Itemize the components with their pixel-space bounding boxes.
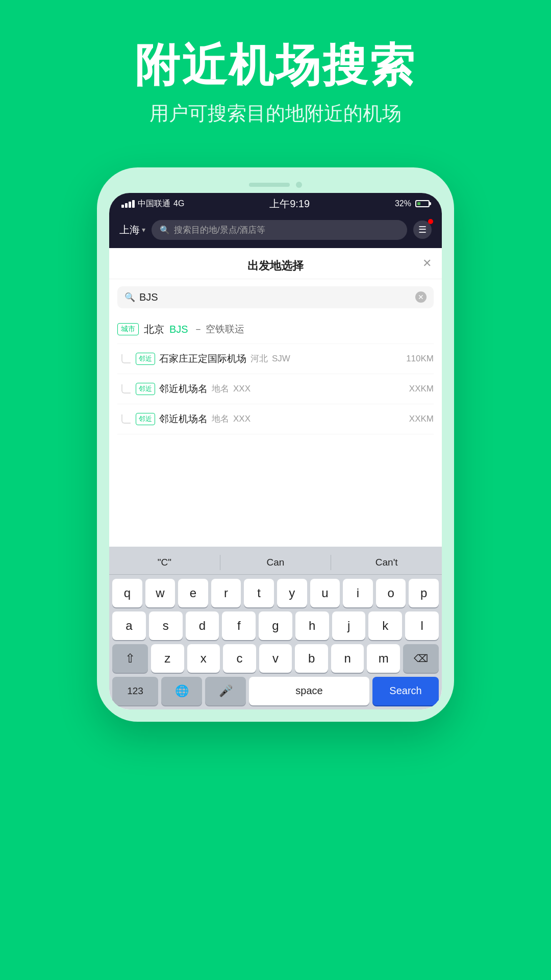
key-y[interactable]: y xyxy=(277,579,307,607)
key-n[interactable]: n xyxy=(331,644,364,673)
keyboard-area: "C" Can Can't q w e r t y xyxy=(109,547,442,709)
city-name: 北京 xyxy=(144,323,164,336)
key-m[interactable]: m xyxy=(367,644,400,673)
key-globe[interactable]: 🌐 xyxy=(161,677,202,705)
city-suffix: － 空铁联运 xyxy=(193,323,244,336)
app-header: 上海 ▾ 🔍 搜索目的地/景点/酒店等 ☰ xyxy=(109,215,442,248)
airport-name-1: 邻近机场名 xyxy=(159,382,208,396)
key-w[interactable]: w xyxy=(145,579,176,607)
airport-distance-2: XXKM xyxy=(409,414,434,424)
battery-icon xyxy=(415,200,430,207)
page-subtitle: 用户可搜索目的地附近的机场 xyxy=(0,101,551,127)
modal-search-value: BJS xyxy=(139,291,411,303)
modal-header: 出发地选择 ✕ xyxy=(109,248,442,279)
key-g[interactable]: g xyxy=(259,611,292,640)
modal-search-icon: 🔍 xyxy=(124,292,135,303)
airport-info-1: 邻近机场名 地名 XXX xyxy=(159,382,409,396)
key-search[interactable]: Search xyxy=(372,677,439,705)
city-tag: 城市 xyxy=(117,323,139,335)
city-result[interactable]: 城市 北京 BJS － 空铁联运 xyxy=(117,315,434,344)
key-h[interactable]: h xyxy=(295,611,329,640)
airport-region-1: 地名 xyxy=(212,383,229,395)
city-code: BJS xyxy=(169,324,188,335)
status-right: 32% xyxy=(395,199,430,208)
suggestion-1[interactable]: Can xyxy=(220,555,332,570)
key-k[interactable]: k xyxy=(368,611,402,640)
airport-code-1: XXX xyxy=(233,384,251,394)
app-search-bar[interactable]: 🔍 搜索目的地/景点/酒店等 xyxy=(152,220,407,240)
key-u[interactable]: u xyxy=(310,579,340,607)
curve-line-2 xyxy=(121,414,131,424)
key-i[interactable]: i xyxy=(343,579,373,607)
modal-search-wrap: 🔍 BJS ✕ xyxy=(109,279,442,315)
key-j[interactable]: j xyxy=(332,611,366,640)
results-list: 城市 北京 BJS － 空铁联运 邻近 石家庄正定国际机场 河北 xyxy=(109,315,442,434)
network-label: 4G xyxy=(173,199,184,208)
key-row-2: a s d f g h j k l xyxy=(112,611,439,640)
airport-result-1[interactable]: 邻近 邻近机场名 地名 XXX XXKM xyxy=(117,374,434,404)
modal-content: 出发地选择 ✕ 🔍 BJS ✕ 城市 北京 BJS xyxy=(109,248,442,709)
key-row-3: ⇧ z x c v b n m ⌫ xyxy=(112,644,439,673)
clear-button[interactable]: ✕ xyxy=(415,291,427,303)
suggestion-2[interactable]: Can't xyxy=(331,555,442,570)
curve-line xyxy=(121,354,131,363)
airport-info-2: 邻近机场名 地名 XXX xyxy=(159,412,409,426)
key-p[interactable]: p xyxy=(409,579,439,607)
page-title: 附近机场搜索 xyxy=(0,41,551,90)
key-d[interactable]: d xyxy=(186,611,219,640)
status-bar: 中国联通 4G 上午9:19 32% xyxy=(109,193,442,215)
airport-region-2: 地名 xyxy=(212,413,229,425)
near-tag-0: 邻近 xyxy=(136,353,155,365)
key-z[interactable]: z xyxy=(151,644,184,673)
key-o[interactable]: o xyxy=(376,579,406,607)
chat-button[interactable]: ☰ xyxy=(413,220,432,239)
key-s[interactable]: s xyxy=(149,611,183,640)
search-icon: 🔍 xyxy=(160,225,170,235)
phone-speaker xyxy=(249,183,290,187)
airport-code-2: XXX xyxy=(233,414,251,424)
key-c[interactable]: c xyxy=(223,644,256,673)
key-mic[interactable]: 🎤 xyxy=(205,677,246,705)
near-tag-1: 邻近 xyxy=(136,383,155,395)
key-l[interactable]: l xyxy=(405,611,439,640)
signal-bar-1 xyxy=(121,205,124,208)
key-v[interactable]: v xyxy=(259,644,292,673)
airport-name-0: 石家庄正定国际机场 xyxy=(159,352,246,365)
city-selector[interactable]: 上海 ▾ xyxy=(119,223,145,237)
city-label: 上海 xyxy=(119,223,140,237)
key-q[interactable]: q xyxy=(112,579,142,607)
key-a[interactable]: a xyxy=(112,611,146,640)
key-b[interactable]: b xyxy=(295,644,328,673)
search-placeholder: 搜索目的地/景点/酒店等 xyxy=(174,224,265,236)
battery-percent: 32% xyxy=(395,199,411,208)
key-123[interactable]: 123 xyxy=(112,677,158,705)
status-time: 上午9:19 xyxy=(269,197,310,211)
key-x[interactable]: x xyxy=(187,644,220,673)
key-row-1: q w e r t y u i o p xyxy=(112,579,439,607)
modal-search-input[interactable]: 🔍 BJS ✕ xyxy=(117,286,434,308)
key-space[interactable]: space xyxy=(249,677,369,705)
key-delete[interactable]: ⌫ xyxy=(403,644,439,673)
key-space-row: 123 🌐 🎤 space Search xyxy=(109,675,442,709)
airport-result-2[interactable]: 邻近 邻近机场名 地名 XXX XXKM xyxy=(117,404,434,434)
close-button[interactable]: ✕ xyxy=(422,257,432,270)
phone-notch xyxy=(109,180,442,190)
airport-result-0[interactable]: 邻近 石家庄正定国际机场 河北 SJW 110KM xyxy=(117,344,434,374)
empty-space xyxy=(109,434,442,547)
signal-bars xyxy=(121,200,135,208)
airport-distance-1: XXKM xyxy=(409,384,434,394)
key-t[interactable]: t xyxy=(244,579,274,607)
chevron-down-icon: ▾ xyxy=(142,226,145,234)
key-e[interactable]: e xyxy=(178,579,208,607)
carrier-label: 中国联通 xyxy=(138,199,170,209)
phone-camera xyxy=(296,182,302,188)
key-r[interactable]: r xyxy=(211,579,241,607)
suggestion-0[interactable]: "C" xyxy=(109,555,220,570)
phone-mockup: 中国联通 4G 上午9:19 32% 上海 ▾ 🔍 xyxy=(97,167,454,722)
signal-bar-3 xyxy=(129,202,131,208)
key-f[interactable]: f xyxy=(222,611,256,640)
key-shift[interactable]: ⇧ xyxy=(112,644,148,673)
modal-title: 出发地选择 xyxy=(247,258,304,274)
airport-name-2: 邻近机场名 xyxy=(159,412,208,426)
keyboard-rows: q w e r t y u i o p a xyxy=(109,575,442,675)
